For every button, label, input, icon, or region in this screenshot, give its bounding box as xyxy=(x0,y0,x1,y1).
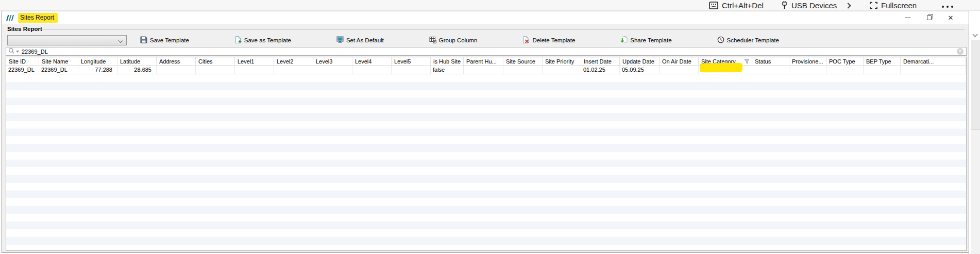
column-header-parent-hu[interactable]: Parent Hu... xyxy=(464,57,503,66)
column-label: Address xyxy=(159,58,180,65)
empty-row-band xyxy=(6,221,966,229)
column-label: Insert Date xyxy=(584,58,612,65)
column-header-demarcati[interactable]: Demarcati... xyxy=(901,57,966,66)
fullscreen-button[interactable]: Fullscreen xyxy=(870,0,917,11)
column-label: Demarcati... xyxy=(903,58,934,65)
empty-row-band xyxy=(6,113,966,121)
column-header-address[interactable]: Address xyxy=(157,57,196,66)
column-header-status[interactable]: Status xyxy=(752,57,789,66)
column-header-site-priority[interactable]: Site Priority xyxy=(543,57,581,66)
search-input[interactable] xyxy=(22,49,957,55)
template-combobox[interactable] xyxy=(7,35,127,45)
titlebar: Sites Report ✕ xyxy=(2,11,969,24)
cell-update-date[interactable]: 05.09.25 xyxy=(620,66,660,74)
column-label: Level1 xyxy=(238,58,254,65)
cell-site-source[interactable] xyxy=(503,66,543,74)
empty-row-band xyxy=(6,190,966,198)
save-as-template-button[interactable]: Save as Template xyxy=(232,35,293,45)
table-row[interactable]: 22369_DL22369_DL77.28828.685false01.02.2… xyxy=(6,66,966,74)
cell-bep-type[interactable] xyxy=(864,66,901,74)
search-options-button[interactable] xyxy=(8,47,19,56)
column-header-cities[interactable]: Cities xyxy=(196,57,235,66)
grid-header: Site IDSite NameLongitudeLatitudeAddress… xyxy=(6,57,966,66)
delete-template-button[interactable]: Delete Template xyxy=(520,35,577,45)
column-header-poc-type[interactable]: POC Type xyxy=(826,57,864,66)
column-header-level1[interactable]: Level1 xyxy=(235,57,274,66)
sites-report-window: Sites Report ✕ Sites Report Save Templat… xyxy=(2,11,969,253)
column-header-update-date[interactable]: Update Date xyxy=(620,57,660,66)
cell-value: 77.288 xyxy=(95,67,112,73)
cell-site-name[interactable]: 22369_DL xyxy=(39,66,78,74)
cell-status[interactable] xyxy=(752,66,789,74)
cell-site-category[interactable] xyxy=(699,66,752,74)
column-header-insert-date[interactable]: Insert Date xyxy=(581,57,620,66)
column-header-level4[interactable]: Level4 xyxy=(352,57,392,66)
empty-row-band xyxy=(6,129,966,136)
close-button[interactable]: ✕ xyxy=(940,12,961,23)
cell-on-air-date[interactable] xyxy=(660,66,699,74)
controls-row: Save Template Save as Template Set As De… xyxy=(7,35,965,46)
share-template-button[interactable]: Share Template xyxy=(618,35,673,45)
cell-provisione[interactable] xyxy=(789,66,826,74)
cell-demarcati[interactable] xyxy=(901,66,966,74)
scheduler-template-button[interactable]: Scheduler Template xyxy=(715,35,781,45)
chevron-down-icon[interactable] xyxy=(973,32,978,37)
empty-row-band xyxy=(6,121,966,129)
column-header-level2[interactable]: Level2 xyxy=(274,57,313,66)
cell-level1[interactable] xyxy=(235,66,274,74)
save-template-button[interactable]: Save Template xyxy=(138,35,191,45)
cell-level4[interactable] xyxy=(352,66,392,74)
cell-level5[interactable] xyxy=(392,66,431,74)
column-header-level5[interactable]: Level5 xyxy=(392,57,431,66)
column-header-site-id[interactable]: Site ID xyxy=(6,57,39,66)
cell-value: 28.685 xyxy=(134,67,151,73)
column-header-site-source[interactable]: Site Source xyxy=(503,57,543,66)
cell-parent-hu[interactable] xyxy=(464,66,503,74)
cell-level3[interactable] xyxy=(313,66,352,74)
column-header-provisione[interactable]: Provisione... xyxy=(789,57,826,66)
search-icon xyxy=(8,47,15,56)
minimize-button[interactable] xyxy=(897,12,918,23)
cell-cities[interactable] xyxy=(196,66,235,74)
cell-poc-type[interactable] xyxy=(826,66,864,74)
cell-site-id[interactable]: 22369_DL xyxy=(6,66,39,74)
cell-insert-date[interactable]: 01.02.25 xyxy=(581,66,620,74)
cell-level2[interactable] xyxy=(274,66,313,74)
cell-longitude[interactable]: 77.288 xyxy=(78,66,117,74)
cell-address[interactable] xyxy=(157,66,196,74)
column-header-on-air-date[interactable]: On Air Date xyxy=(660,57,699,66)
scheduler-icon xyxy=(717,36,724,44)
groupbox-label: Sites Report xyxy=(7,26,42,32)
save-icon xyxy=(140,36,147,44)
column-header-bep-type[interactable]: BEP Type xyxy=(864,57,901,66)
column-label: Update Date xyxy=(622,58,654,65)
grid-empty-area xyxy=(6,74,966,250)
cell-site-priority[interactable] xyxy=(543,66,581,74)
restore-button[interactable] xyxy=(918,12,940,23)
column-header-is-hub-site[interactable]: is Hub Site xyxy=(431,57,464,66)
expand-toolbar-button[interactable] xyxy=(846,0,850,11)
clear-search-button[interactable]: ✕ xyxy=(957,48,964,55)
button-label: Set As Default xyxy=(346,37,384,43)
column-label: POC Type xyxy=(829,58,855,65)
column-label: Site ID xyxy=(9,58,26,65)
column-header-longitude[interactable]: Longitude xyxy=(78,57,117,66)
set-as-default-button[interactable]: Set As Default xyxy=(334,35,386,45)
usb-devices-button[interactable]: USB Devices xyxy=(781,0,837,11)
yellow-highlight-marker xyxy=(700,63,742,73)
chevron-down-icon xyxy=(16,51,19,53)
more-options-button[interactable] xyxy=(942,0,953,11)
groupbox-border xyxy=(43,29,965,29)
column-label: Provisione... xyxy=(792,58,823,65)
cell-latitude[interactable]: 28.685 xyxy=(117,66,157,74)
group-column-button[interactable]: Group Column xyxy=(427,35,480,45)
share-template-icon xyxy=(620,36,628,44)
column-header-level3[interactable]: Level3 xyxy=(313,57,352,66)
column-header-site-name[interactable]: Site Name xyxy=(39,57,78,66)
empty-row-band xyxy=(6,90,966,98)
ctrl-alt-del-button[interactable]: Ctrl+Alt+Del xyxy=(709,0,764,11)
cell-is-hub-site[interactable]: false xyxy=(431,66,464,74)
filter-icon[interactable] xyxy=(744,59,750,66)
button-label: Share Template xyxy=(630,37,671,43)
column-header-latitude[interactable]: Latitude xyxy=(117,57,157,66)
